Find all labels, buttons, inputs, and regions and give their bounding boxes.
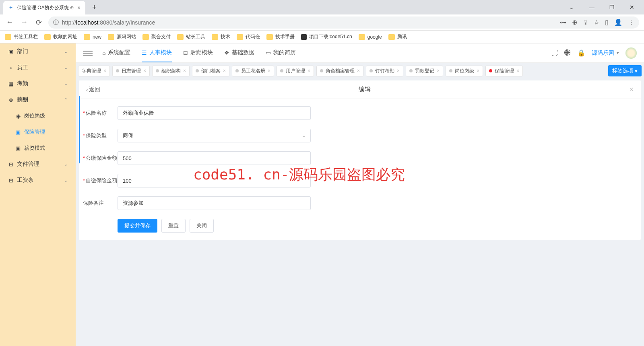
page-tab[interactable]: 角色档案管理× <box>316 66 363 76</box>
page-tab[interactable]: 岗位岗级× <box>446 66 483 76</box>
resume-icon: ▭ <box>266 49 271 56</box>
close-button[interactable]: 关闭 <box>190 219 214 233</box>
bookmark-item[interactable]: 项目下载:code51.cn <box>301 33 352 40</box>
forward-button[interactable]: → <box>19 18 29 27</box>
dot-icon <box>320 69 323 72</box>
insurance-type-label: *保险类型 <box>83 129 118 139</box>
sidebar-item-staff[interactable]: ⋆员工⌄ <box>0 60 76 76</box>
insurance-icon: ▣ <box>15 129 21 135</box>
hamburger-icon[interactable] <box>83 48 93 58</box>
share-icon[interactable]: ⇪ <box>583 19 588 26</box>
page-tab[interactable]: 用户管理× <box>277 66 314 76</box>
page-tab[interactable]: 字典管理× <box>78 66 110 76</box>
bookmark-item[interactable]: new <box>84 34 101 40</box>
close-icon[interactable]: × <box>477 68 479 74</box>
sidebar-item-attendance[interactable]: ▦考勤⌄ <box>0 76 76 92</box>
chevron-down-icon[interactable]: ⌄ <box>563 1 580 13</box>
sidebar-sub-post[interactable]: ◉岗位岗级 <box>15 108 76 124</box>
url-text: http://localhost:8080/salary/insurance <box>62 19 557 26</box>
new-tab-button[interactable]: + <box>89 2 100 13</box>
url-bar[interactable]: ⓘ http://localhost:8080/salary/insurance… <box>48 16 639 29</box>
close-icon[interactable]: × <box>357 68 360 74</box>
star-icon[interactable]: ☆ <box>594 19 599 26</box>
avatar[interactable] <box>625 47 637 59</box>
sidebar-item-salary[interactable]: ⊜薪酬⌃ <box>0 92 76 108</box>
bookmark-item[interactable]: 源码网站 <box>108 33 136 40</box>
reset-button[interactable]: 重置 <box>161 219 186 233</box>
panel-icon[interactable]: ▯ <box>605 19 609 26</box>
close-icon[interactable]: × <box>397 68 400 74</box>
topnav-logistics[interactable]: ⊟后勤模块 <box>183 44 213 62</box>
bookmark-item[interactable]: google <box>359 34 382 40</box>
self-amount-input[interactable] <box>118 174 311 187</box>
maximize-button[interactable]: ❐ <box>603 1 621 13</box>
topnav-hr[interactable]: ☰人事模块 <box>142 44 172 62</box>
insurance-name-input[interactable] <box>118 106 311 120</box>
bookmark-item[interactable]: 书签工具栏 <box>5 33 38 40</box>
bookmark-item[interactable]: 聚合支付 <box>142 33 171 40</box>
info-icon: ⓘ <box>53 19 59 26</box>
page-tab[interactable]: 日志管理× <box>112 66 150 76</box>
topnav-system[interactable]: ⌂系统配置 <box>102 44 130 62</box>
close-icon[interactable]: × <box>308 68 310 74</box>
topnav-resume[interactable]: ▭我的简历 <box>266 44 296 62</box>
page-tab[interactable]: 钉钉考勤× <box>366 66 403 76</box>
company-amount-input[interactable] <box>118 151 311 165</box>
bookmark-item[interactable]: 站长工具 <box>177 33 205 40</box>
insurance-type-select[interactable]: 商保⌄ <box>118 129 311 142</box>
chevron-down-icon: ⌄ <box>64 178 68 183</box>
sidebar-item-files[interactable]: ⊞文件管理⌄ <box>0 156 76 172</box>
globe-icon[interactable]: 🌐︎ <box>564 49 571 57</box>
search-icon[interactable]: ⊕ <box>572 19 577 26</box>
dot-icon <box>409 69 413 72</box>
window-close-button[interactable]: ✕ <box>623 1 641 13</box>
sidebar-sub-insurance[interactable]: ▣保险管理 <box>15 124 76 140</box>
sidebar-sub-salary-mode[interactable]: ▣薪资模式 <box>15 140 76 156</box>
close-icon[interactable]: × <box>103 68 106 74</box>
close-icon[interactable]: × <box>223 68 226 74</box>
close-icon[interactable]: × <box>77 4 80 11</box>
page-tab-active[interactable]: 保险管理× <box>485 66 523 76</box>
bookmark-item[interactable]: 收藏的网址 <box>44 33 77 40</box>
page-tab[interactable]: 罚款登记× <box>406 66 443 76</box>
fullscreen-icon[interactable]: ⛶ <box>551 49 558 57</box>
bookmarks-bar: 书签工具栏 收藏的网址 new 源码网站 聚合支付 站长工具 技术 代码仓 技术… <box>0 31 644 43</box>
panel-title: 编辑 <box>100 86 630 93</box>
minimize-button[interactable]: — <box>583 1 601 13</box>
bookmark-item[interactable]: 技术 <box>212 33 230 40</box>
mode-icon: ▣ <box>15 145 21 151</box>
sidebar-item-payslip[interactable]: ⊞工资条⌄ <box>0 172 76 188</box>
close-icon[interactable]: × <box>268 68 270 74</box>
folder-icon <box>84 34 90 40</box>
reload-button[interactable]: ⟳ <box>34 18 43 27</box>
remark-input[interactable] <box>118 196 311 210</box>
profile-icon[interactable]: 👤 <box>614 19 622 26</box>
close-icon[interactable]: × <box>437 68 440 74</box>
page-tab[interactable]: 部门档案× <box>192 66 229 76</box>
tag-options-button[interactable]: 标签选项▾ <box>608 65 642 76</box>
page-tab[interactable]: 组织架构× <box>152 66 190 76</box>
sidebar-item-dept[interactable]: ▣部门⌄ <box>0 43 76 60</box>
back-link[interactable]: ‹返回 <box>86 86 100 93</box>
folder-icon <box>44 34 51 40</box>
bookmark-item[interactable]: 技术手册 <box>266 33 295 40</box>
browser-tab[interactable]: ✦ 保险管理 OA协办公系统 ⊕ × <box>3 1 85 14</box>
back-button[interactable]: ← <box>5 18 14 27</box>
close-icon[interactable]: × <box>516 68 519 74</box>
topnav-base[interactable]: ❖基础数据 <box>224 44 254 62</box>
lock-icon[interactable]: 🔒 <box>577 49 585 57</box>
folder-icon <box>177 34 184 40</box>
post-icon: ◉ <box>15 113 21 119</box>
folder-icon <box>142 34 149 40</box>
page-tab[interactable]: 员工花名册× <box>232 66 274 76</box>
folder-icon <box>388 34 395 40</box>
bookmark-item[interactable]: 代码仓 <box>237 33 260 40</box>
bookmark-item[interactable]: 腾讯 <box>388 33 407 40</box>
user-dropdown[interactable]: 源码乐园▾ <box>592 49 619 57</box>
key-icon[interactable]: ⊶ <box>560 19 566 26</box>
menu-icon[interactable]: ⋮ <box>628 19 634 26</box>
submit-button[interactable]: 提交并保存 <box>118 219 157 233</box>
close-icon[interactable]: × <box>143 68 146 74</box>
close-icon[interactable]: × <box>183 68 186 74</box>
close-icon[interactable]: × <box>629 85 634 94</box>
